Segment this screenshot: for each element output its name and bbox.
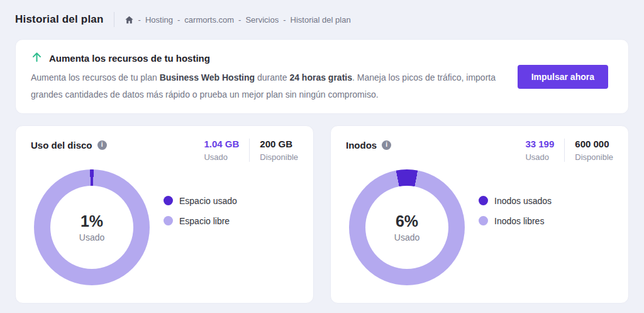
disk-available-value: 200 GB (260, 139, 298, 149)
page-title: Historial del plan (15, 13, 104, 26)
inodes-percent: 6% (396, 212, 418, 230)
inodes-used-stat: 33 199 Usado (525, 139, 554, 162)
breadcrumb: - Hosting - carmorts.com - Servicios - H… (125, 15, 351, 25)
breadcrumb-separator: - (177, 15, 180, 25)
free-dot-icon (479, 216, 488, 225)
disk-usage-legend: Espacio usado Espacio libre (164, 196, 237, 285)
stat-divider (249, 139, 250, 162)
inodes-used-label: Usado (525, 152, 554, 162)
info-icon[interactable]: i (97, 140, 107, 150)
info-icon[interactable]: i (382, 140, 391, 150)
boost-now-button[interactable]: Impulsar ahora (518, 65, 608, 89)
disk-used-value: 1.04 GB (204, 139, 239, 149)
legend-item-espacio-libre: Espacio libre (164, 216, 237, 226)
inodes-legend: Inodos usados Inodos libres (479, 196, 552, 285)
plan-name: Business Web Hosting (160, 72, 255, 83)
free-hours-highlight: 24 horas gratis (289, 72, 352, 83)
disk-usage-percent-label: Usado (79, 232, 104, 242)
inodes-title: Inodos (346, 140, 377, 151)
breadcrumb-item-domain[interactable]: carmorts.com (184, 15, 234, 25)
used-dot-icon (164, 196, 173, 205)
disk-usage-donut-chart: 1% Usado (34, 169, 150, 285)
breadcrumb-item-hosting[interactable]: Hosting (145, 15, 173, 25)
disk-available-label: Disponible (260, 152, 298, 162)
breadcrumb-separator: - (138, 15, 141, 25)
disk-usage-title: Uso del disco (31, 140, 92, 151)
disk-used-stat: 1.04 GB Usado (204, 139, 239, 162)
home-icon[interactable] (125, 15, 134, 25)
breadcrumb-separator: - (283, 15, 286, 25)
inodes-available-label: Disponible (575, 152, 613, 162)
breadcrumb-item-servicios[interactable]: Servicios (245, 15, 279, 25)
inodes-used-value: 33 199 (525, 139, 554, 149)
arrow-up-icon (31, 51, 43, 65)
breadcrumb-item-current: Historial del plan (291, 15, 351, 25)
banner-title: Aumenta los recursos de tu hosting (49, 53, 210, 64)
legend-item-espacio-usado: Espacio usado (164, 196, 237, 206)
usage-cards-row: Uso del disco i 1.04 GB Usado 200 GB Dis… (15, 125, 629, 304)
breadcrumb-separator: - (238, 15, 241, 25)
header-divider (114, 12, 114, 27)
used-dot-icon (479, 196, 488, 205)
disk-usage-card: Uso del disco i 1.04 GB Usado 200 GB Dis… (15, 125, 314, 304)
inodes-card: Inodos i 33 199 Usado 600 000 Disponible… (330, 125, 629, 304)
disk-usage-percent: 1% (80, 212, 103, 230)
inodes-available-value: 600 000 (575, 139, 613, 149)
stat-divider (564, 139, 565, 162)
disk-used-label: Usado (204, 152, 239, 162)
inodes-percent-label: Usado (394, 232, 419, 242)
legend-item-inodos-usados: Inodos usados (479, 196, 552, 206)
boost-banner-content: Aumenta los recursos de tu hosting Aumen… (31, 51, 502, 103)
page-header: Historial del plan - Hosting - carmorts.… (15, 10, 629, 29)
inodes-available-stat: 600 000 Disponible (575, 139, 613, 162)
free-dot-icon (164, 216, 173, 225)
boost-banner: Aumenta los recursos de tu hosting Aumen… (15, 39, 629, 114)
legend-item-inodos-libres: Inodos libres (479, 216, 552, 226)
inodes-donut-chart: 6% Usado (349, 169, 465, 285)
disk-available-stat: 200 GB Disponible (260, 139, 298, 162)
banner-description: Aumenta los recursos de tu plan Business… (31, 69, 502, 103)
